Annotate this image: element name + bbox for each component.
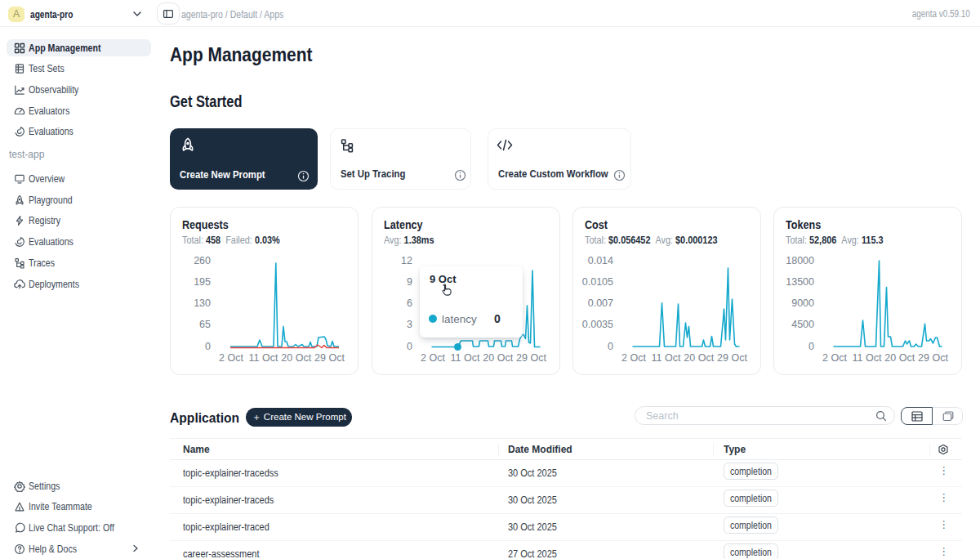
svg-text:12: 12 (401, 255, 412, 266)
svg-text:0.014: 0.014 (587, 255, 612, 266)
svg-text:9000: 9000 (791, 297, 814, 309)
svg-text:3: 3 (407, 319, 412, 330)
svg-text:260: 260 (194, 255, 211, 266)
svg-text:130: 130 (194, 297, 211, 309)
svg-text:20 Oct: 20 Oct (884, 352, 915, 364)
svg-text:0.0105: 0.0105 (581, 276, 612, 288)
svg-text:2 Oct: 2 Oct (822, 352, 847, 364)
svg-text:29 Oct: 29 Oct (918, 352, 948, 364)
svg-text:2 Oct: 2 Oct (421, 352, 445, 364)
svg-text:11 Oct: 11 Oct (249, 352, 278, 364)
svg-text:11 Oct: 11 Oct (450, 352, 479, 364)
svg-text:4500: 4500 (791, 319, 814, 330)
svg-text:0: 0 (407, 341, 412, 352)
svg-text:65: 65 (199, 319, 211, 330)
svg-text:0: 0 (608, 341, 613, 352)
svg-text:11 Oct: 11 Oct (852, 352, 881, 364)
svg-text:195: 195 (194, 276, 211, 288)
svg-text:0.007: 0.007 (587, 297, 612, 309)
svg-text:11 Oct: 11 Oct (651, 352, 680, 364)
svg-text:20 Oct: 20 Oct (483, 352, 513, 364)
svg-text:2 Oct: 2 Oct (219, 352, 243, 364)
svg-text:0.0035: 0.0035 (581, 319, 612, 330)
svg-text:29 Oct: 29 Oct (314, 352, 345, 364)
svg-text:6: 6 (407, 297, 412, 309)
svg-text:29 Oct: 29 Oct (516, 352, 546, 364)
svg-text:18000: 18000 (786, 255, 814, 266)
svg-text:20 Oct: 20 Oct (281, 352, 311, 364)
svg-text:9: 9 (407, 276, 412, 288)
svg-text:20 Oct: 20 Oct (684, 352, 714, 364)
svg-text:0: 0 (808, 341, 814, 352)
svg-text:29 Oct: 29 Oct (717, 352, 747, 364)
svg-text:0: 0 (205, 341, 211, 352)
svg-text:2 Oct: 2 Oct (621, 352, 646, 364)
svg-text:13500: 13500 (786, 276, 814, 288)
